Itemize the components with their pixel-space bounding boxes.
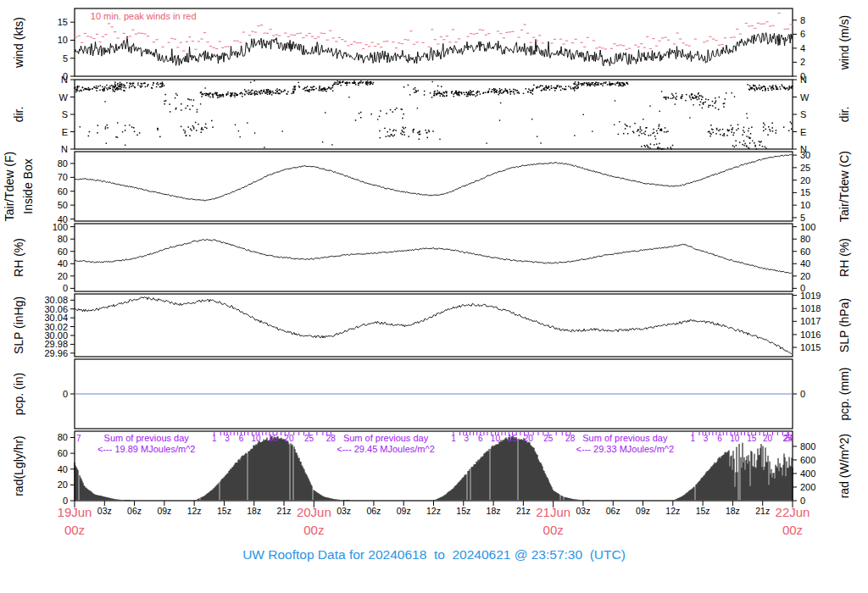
rh-left-tick: 60 [58,247,68,257]
wind-left-tick: 5 [63,53,68,64]
panel-pcp: 00pcp. (in)pcp. (mm) [12,359,851,429]
hour-tick-label: 21z [755,506,770,516]
slp-trace [75,296,792,353]
rad-mj-tick-label: 3 [704,434,709,443]
rad-mj-tick-label-partial: 7 [76,434,81,443]
dir-right-tick: E [800,127,806,137]
slp-right-tick: 1016 [800,330,821,340]
hour-tick-label: 03z [576,506,590,516]
rh-right-tick: 40 [800,258,810,269]
rad-day-scale: 1361015202528136101520252813610152025247… [76,432,793,454]
tair-right-tick: 10 [800,200,810,210]
time-axis: 03z06z09z12z15z18z21z03z06z09z12z15z18z2… [58,501,810,537]
dir-left-tick: N [61,75,68,85]
hour-tick-label: 12z [665,506,680,516]
rad-mj-tick-label: 10 [730,434,740,443]
rh-right-tick: 20 [800,271,810,281]
dir-left-axis-title: dir. [12,107,25,123]
rad-left-tick: 40 [58,464,68,474]
slp-right-tick: 1018 [800,303,821,313]
panel-rh: 020406080100020406080100RH (%)RH (%) [12,222,851,294]
rad-mj-tick-label: 20 [284,434,294,443]
slp-right-axis-title: SLP (hPa) [837,298,851,352]
slp-right-tick: 1019 [800,291,821,301]
pcp-left-tick: 0 [63,389,68,399]
hour-tick-label: 06z [606,506,620,516]
hour-tick-label: 15z [456,506,470,516]
rh-left-tick: 80 [58,234,68,244]
panel-slp: 29.9629.9830.0030.0230.0430.0630.0810151… [12,291,851,358]
slp-right-tick: 1015 [800,342,821,352]
rad-left-axis-title: rad(Lgly/hr) [12,435,25,496]
rad-right-tick: 200 [800,482,815,492]
tair-left-tick: 50 [58,200,68,210]
tair-left-axis-title: Tair/Tdew (F) [3,152,16,221]
dir-right-axis-title: dir. [837,107,851,123]
hour-tick-label: 09z [157,506,171,516]
rad-mj-tick-label: 3 [225,434,230,443]
hour-tick-label: 21z [516,506,531,516]
hour-tick-label: 12z [187,506,202,516]
hour-tick-label: 15z [696,506,710,516]
rad-mj-tick-label: 6 [239,434,244,443]
rh-left-tick: 20 [58,271,68,281]
pcp-right-axis-title: pcp. (mm) [837,368,851,421]
rad-mj-tick-label: 10 [252,434,262,443]
tair-left-tick: 80 [58,158,68,169]
hour-tick-label: 06z [366,506,381,516]
rad-right-tick: 400 [800,468,815,479]
rad-mj-tick-label: 1 [691,434,696,443]
rad-left-tick: 80 [58,432,68,442]
slp-left-tick: 30.02 [44,322,68,332]
tair-right-tick: 30 [800,150,810,160]
tair-left-axis-title: Inside Box [21,158,35,213]
rh-right-axis-title: RH (%) [837,238,851,277]
hour-tick-label: 06z [127,506,142,516]
panel-dir: NWSENNWSENdir.dir. [12,75,851,154]
hour-tick-label: 18z [247,506,261,516]
wind-left-axis-title: wind (kts) [12,17,25,69]
hour-tick-label: 09z [397,506,411,516]
wind-right-axis-title: wind (m/s) [837,15,851,71]
slp-left-tick: 30.04 [44,313,68,323]
wind-right-tick: 6 [800,29,805,39]
rad-mj-tick-label: 24 [784,434,794,443]
hour-tick-label: 03z [97,506,112,516]
rad-left-tick: 60 [58,448,68,458]
slp-left-tick: 29.96 [44,348,68,358]
tair-right-tick: 20 [800,175,810,186]
dir-left-tick: S [62,109,68,119]
rad-sum-annotation-line2: <--- 29.45 MJoules/m^2 [337,444,435,454]
dir-right-tick: N [800,75,807,85]
dir-right-tick: S [800,109,806,119]
pcp-left-axis-title: pcp. (in) [12,373,25,416]
slp-left-tick: 30.00 [44,330,68,341]
dir-left-tick: E [62,127,68,137]
rad-mj-tick-label: 1 [451,434,456,443]
figure-title: UW Rooftop Data for 20240618 to 20240621… [0,547,868,563]
rh-left-tick: 40 [58,258,68,269]
rooftop-weather-figure: 05101502468wind (kts)wind (m/s)10 min. p… [0,0,868,593]
day-label-date: 22Jun [776,505,810,519]
rad-sum-annotation-line2: <--- 19.89 MJoules/m^2 [97,444,196,454]
wind-direction-points [74,80,793,150]
day-label-hour: 00z [64,523,85,537]
slp-right-tick: 1017 [800,316,821,326]
rh-right-tick: 60 [800,247,810,257]
rad-mj-tick-label: 10 [491,434,501,443]
day-label-date: 19Jun [58,505,92,519]
hour-tick-label: 12z [426,506,441,516]
slp-left-axis-title: SLP (inHg) [12,296,25,354]
tair-right-tick: 25 [800,163,810,173]
rh-trace [75,239,792,273]
wind-right-tick: 2 [800,57,805,67]
dir-left-tick: W [59,92,69,103]
wind-left-tick: 10 [58,35,68,45]
hour-tick-label: 21z [277,506,292,516]
day-label-date: 21Jun [536,505,570,519]
rad-mj-tick-label: 28 [326,434,337,443]
dir-left-tick: N [61,144,68,154]
panel-rad: 0204060800200400600800rad(Lgly/hr)rad (W… [12,431,851,506]
day-label-date: 20Jun [297,505,331,519]
slp-left-tick: 30.08 [44,295,68,305]
